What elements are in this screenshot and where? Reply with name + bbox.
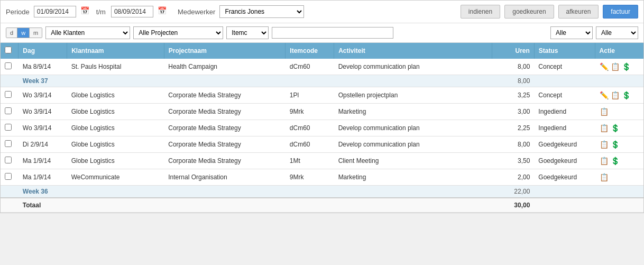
row-checkbox[interactable]: [5, 173, 12, 180]
row-status: Ingediend: [534, 120, 595, 136]
copy-icon[interactable]: 📋: [599, 123, 609, 133]
cal-to-icon[interactable]: 📅: [158, 6, 168, 17]
view-toggle: d w m: [6, 28, 42, 38]
copy-icon[interactable]: 📋: [599, 140, 609, 149]
date-to-input[interactable]: [111, 6, 153, 17]
table-row: Wo 3/9/14 Globe Logistics Corporate Medi…: [1, 120, 643, 136]
edit-icon[interactable]: ✏️: [599, 90, 609, 100]
edit-icon[interactable]: ✏️: [599, 62, 609, 71]
row-checkbox[interactable]: [5, 91, 12, 98]
row-status: Goedgekeurd: [534, 136, 595, 153]
row-checkbox-cell: [1, 169, 19, 186]
row-activiteit: Opstellen projectplan: [334, 87, 492, 104]
total-uren: 30,00: [492, 198, 534, 213]
row-itemcode: 9Mrk: [286, 169, 334, 186]
action-icons: ✏️📋💲: [599, 90, 639, 100]
copy-icon[interactable]: 📋: [599, 156, 609, 166]
action-icons: ✏️📋💲: [599, 62, 639, 71]
total-label: Totaal: [19, 198, 492, 213]
dollar-icon[interactable]: 💲: [621, 90, 631, 100]
dollar-icon[interactable]: 💲: [610, 123, 620, 133]
top-bar: Periode 📅 t/m 📅 Medewerker Francis Jones…: [1, 1, 643, 23]
row-klantnaam: Globe Logistics: [67, 87, 164, 104]
row-uren: 8,00: [492, 59, 534, 75]
row-checkbox[interactable]: [5, 107, 12, 114]
row-actie: ✏️📋💲: [595, 87, 643, 104]
select-all-checkbox[interactable]: [5, 47, 12, 53]
row-uren: 2,25: [492, 120, 534, 136]
row-projectnaam: Corporate Media Strategy: [164, 136, 286, 153]
alle2-select[interactable]: Alle: [596, 26, 638, 39]
table-row: Ma 8/9/14 St. Pauls Hospital Health Camp…: [1, 59, 643, 75]
medewerker-label: Medewerker: [178, 8, 216, 16]
row-itemcode: dCm60: [286, 120, 334, 136]
row-klantnaam: Globe Logistics: [67, 136, 164, 153]
copy-icon[interactable]: 📋: [599, 172, 609, 182]
row-checkbox-cell: [1, 104, 19, 120]
alle-klanten-select[interactable]: Alle Klanten: [45, 26, 130, 39]
row-klantnaam: Globe Logistics: [67, 104, 164, 120]
itemcode-filter-select[interactable]: Itemc: [226, 26, 269, 39]
alle-projecten-select[interactable]: Alle Projecten: [133, 26, 223, 39]
row-activiteit: Marketing: [334, 104, 492, 120]
row-uren: 8,00: [492, 136, 534, 153]
row-klantnaam: WeCommunicate: [67, 169, 164, 186]
row-checkbox[interactable]: [5, 124, 12, 131]
row-projectnaam: Internal Organisation: [164, 169, 286, 186]
dollar-icon[interactable]: 💲: [610, 140, 620, 149]
row-actie: 📋💲: [595, 120, 643, 136]
copy-icon[interactable]: 📋: [610, 90, 620, 100]
row-projectnaam: Corporate Media Strategy: [164, 104, 286, 120]
action-icons: 📋💲: [599, 156, 639, 166]
view-day-button[interactable]: d: [6, 28, 17, 38]
row-checkbox-cell: [1, 153, 19, 169]
row-checkbox[interactable]: [5, 62, 12, 69]
row-projectnaam: Health Campaign: [164, 59, 286, 75]
copy-icon[interactable]: 📋: [599, 107, 609, 116]
row-actie: 📋: [595, 104, 643, 120]
date-from-input[interactable]: [34, 6, 76, 17]
week-checkbox-cell: [1, 186, 19, 198]
copy-icon[interactable]: 📋: [610, 62, 620, 71]
periode-label: Periode: [6, 8, 30, 16]
dollar-icon[interactable]: 💲: [621, 62, 631, 71]
row-checkbox-cell: [1, 120, 19, 136]
row-itemcode: dCm60: [286, 136, 334, 153]
view-month-button[interactable]: m: [30, 28, 42, 38]
row-dag: Ma 1/9/14: [19, 169, 67, 186]
search-input[interactable]: [272, 27, 393, 39]
row-klantnaam: St. Pauls Hospital: [67, 59, 164, 75]
header-checkbox: [1, 43, 19, 59]
view-week-button[interactable]: w: [17, 28, 30, 38]
dollar-icon[interactable]: 💲: [610, 156, 620, 166]
week-label: Week 36: [19, 186, 492, 198]
row-uren: 2,00: [492, 169, 534, 186]
header-actie: Actie: [595, 43, 643, 59]
action-icons: 📋💲: [599, 140, 639, 149]
indienen-button[interactable]: indienen: [461, 5, 500, 19]
row-checkbox-cell: [1, 136, 19, 153]
factuur-button[interactable]: factuur: [603, 5, 638, 19]
row-klantnaam: Globe Logistics: [67, 153, 164, 169]
employee-select[interactable]: Francis Jones: [219, 5, 304, 18]
header-status: Status: [534, 43, 595, 59]
row-dag: Ma 8/9/14: [19, 59, 67, 75]
row-itemcode: 1Pl: [286, 87, 334, 104]
afkeuren-button[interactable]: afkeuren: [558, 5, 599, 19]
row-uren: 3,25: [492, 87, 534, 104]
row-status: Goedgekeurd: [534, 169, 595, 186]
alle1-select[interactable]: Alle: [550, 26, 593, 39]
row-checkbox[interactable]: [5, 157, 12, 163]
row-checkbox[interactable]: [5, 140, 12, 147]
row-dag: Wo 3/9/14: [19, 104, 67, 120]
goedkeuren-button[interactable]: goedkeuren: [504, 5, 554, 19]
row-actie: 📋💲: [595, 136, 643, 153]
row-checkbox-cell: [1, 59, 19, 75]
action-icons: 📋: [599, 172, 639, 182]
cal-from-icon[interactable]: 📅: [80, 6, 91, 17]
row-projectnaam: Corporate Media Strategy: [164, 153, 286, 169]
tm-label: t/m: [96, 8, 106, 16]
timesheet-table: Dag Klantnaam Projectnaam Itemcode Activ…: [1, 43, 643, 213]
header-klantnaam: Klantnaam: [67, 43, 164, 59]
row-dag: Wo 3/9/14: [19, 120, 67, 136]
